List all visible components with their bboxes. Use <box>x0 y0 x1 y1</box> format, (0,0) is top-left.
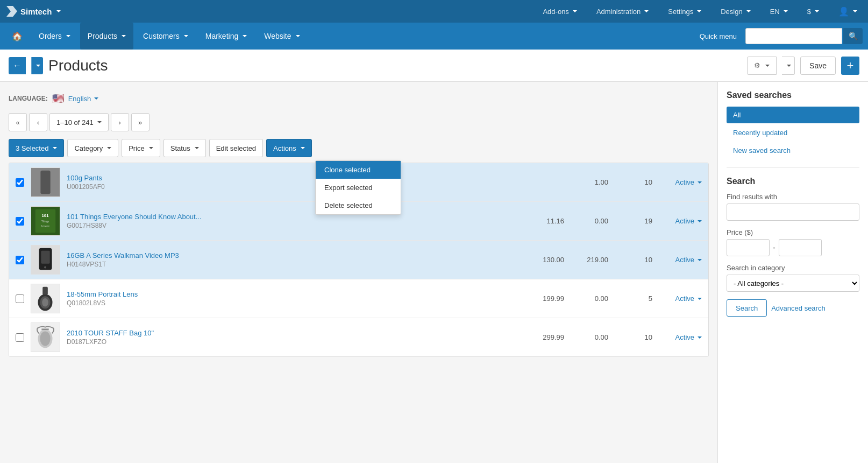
saved-search-all[interactable]: All <box>727 107 859 123</box>
saved-searches-title: Saved searches <box>727 90 859 100</box>
save-button[interactable]: Save <box>800 57 836 75</box>
brand[interactable]: Simtech <box>6 6 61 17</box>
product-qty: 5 <box>615 294 652 303</box>
status-badge[interactable]: Active <box>659 256 702 264</box>
status-caret <box>195 147 199 149</box>
customers-nav[interactable]: Customers <box>136 23 196 50</box>
first-page-button[interactable]: « <box>9 113 27 131</box>
svg-rect-9 <box>41 251 49 264</box>
product-status: Active <box>659 333 702 341</box>
category-button[interactable]: Category <box>67 139 118 157</box>
selected-button[interactable]: 3 Selected <box>9 139 64 157</box>
product-name[interactable]: 100g Pants <box>67 174 520 182</box>
orders-caret <box>66 35 70 37</box>
page-info[interactable]: 1–10 of 241 <box>49 113 109 131</box>
row-checkbox[interactable] <box>16 217 24 226</box>
status-badge[interactable]: Active <box>659 333 702 341</box>
price-max-input[interactable] <box>779 239 822 256</box>
currency-caret <box>815 10 819 12</box>
user-menu[interactable]: 👤 <box>834 0 862 23</box>
status-button[interactable]: Status <box>163 139 206 157</box>
edit-selected-button[interactable]: Edit selected <box>209 139 263 157</box>
administration-menu[interactable]: Administration <box>592 0 653 23</box>
product-image <box>31 167 60 197</box>
marketing-caret <box>243 35 247 37</box>
status-badge[interactable]: Active <box>659 178 702 186</box>
products-nav[interactable]: Products <box>80 23 133 50</box>
design-menu[interactable]: Design <box>716 0 755 23</box>
product-name[interactable]: 16GB A Series Walkman Video MP3 <box>67 251 520 259</box>
gear-button[interactable]: ⚙ <box>747 57 777 75</box>
clone-selected-item[interactable]: Clone selected <box>316 161 401 179</box>
language-link[interactable]: English <box>68 95 99 103</box>
design-caret <box>746 10 751 12</box>
status-label: Status <box>170 144 190 152</box>
product-price: 199.99 <box>527 294 564 303</box>
row-checkbox[interactable] <box>16 178 24 187</box>
addons-menu[interactable]: Add-ons <box>538 0 581 23</box>
next-page-button[interactable]: › <box>111 113 129 131</box>
search-button[interactable]: 🔍 <box>843 28 863 44</box>
export-selected-item[interactable]: Export selected <box>316 179 401 197</box>
gear-icon: ⚙ <box>754 61 760 69</box>
row-checkbox[interactable] <box>16 256 24 264</box>
row-checkbox[interactable] <box>16 333 24 342</box>
category-select[interactable]: - All categories - <box>727 275 859 292</box>
quick-menu-link[interactable]: Quick menu <box>693 32 743 40</box>
language-menu[interactable]: EN <box>766 0 792 23</box>
back-dropdown-button[interactable] <box>31 57 43 74</box>
gear-caret <box>765 65 770 67</box>
page-info-text: 1–10 of 241 <box>56 118 94 127</box>
actions-button[interactable]: Actions <box>266 139 312 157</box>
delete-selected-item[interactable]: Delete selected <box>316 197 401 214</box>
price-min-input[interactable] <box>727 239 770 256</box>
language-caret <box>94 97 98 100</box>
product-qty: 19 <box>615 217 652 225</box>
product-list-price: 0.00 <box>571 294 608 303</box>
product-name[interactable]: 2010 TOUR STAFF Bag 10" <box>67 329 520 337</box>
search-button[interactable]: Search <box>727 299 767 317</box>
saved-search-new[interactable]: New saved search <box>727 142 859 159</box>
administration-caret <box>644 10 649 12</box>
prev-page-button[interactable]: ‹ <box>29 113 47 131</box>
product-price: 11.16 <box>527 217 564 225</box>
price-button[interactable]: Price <box>122 139 160 157</box>
settings-caret <box>697 10 701 12</box>
find-results-input[interactable] <box>727 204 859 221</box>
gear-dropdown-button[interactable] <box>782 57 795 75</box>
product-list-price: 219.00 <box>571 256 608 264</box>
search-input[interactable] <box>745 28 842 44</box>
status-badge[interactable]: Active <box>659 217 702 225</box>
pagination: « ‹ 1–10 of 241 › » <box>9 113 709 131</box>
product-name[interactable]: 18-55mm Portrait Lens <box>67 290 520 298</box>
row-checkbox[interactable] <box>16 294 24 303</box>
add-button[interactable]: + <box>841 57 859 75</box>
product-image <box>31 245 60 275</box>
product-price: 299.99 <box>527 333 564 341</box>
back-dropdown-caret <box>36 65 40 67</box>
status-badge[interactable]: Active <box>659 294 702 303</box>
selected-caret <box>53 147 57 149</box>
search-in-category-label: Search in category <box>727 264 859 272</box>
advanced-search-button[interactable]: Advanced search <box>771 299 825 317</box>
currency-menu[interactable]: $ <box>803 0 823 23</box>
home-button[interactable]: 🏠 <box>5 27 29 46</box>
sec-nav: 🏠 Orders Products Customers Marketing We… <box>0 23 868 50</box>
language-label: LANGUAGE: <box>9 95 48 102</box>
category-caret <box>107 147 111 149</box>
product-name[interactable]: 101 Things Everyone Should Know About... <box>67 213 520 221</box>
top-nav: Simtech Add-ons Administration Settings … <box>0 0 868 23</box>
language-flag: 🇺🇸 <box>52 93 64 104</box>
product-info: 16GB A Series Walkman Video MP3 H0148VPS… <box>67 251 520 268</box>
product-image <box>31 284 60 313</box>
last-page-button[interactable]: » <box>131 113 150 131</box>
settings-menu[interactable]: Settings <box>664 0 706 23</box>
orders-nav[interactable]: Orders <box>31 23 78 50</box>
product-list-price: 0.00 <box>571 217 608 225</box>
saved-search-recently-updated[interactable]: Recently updated <box>727 124 859 141</box>
back-button[interactable]: ← <box>9 57 26 74</box>
search-section-title: Search <box>727 177 859 186</box>
website-nav[interactable]: Website <box>257 23 307 50</box>
marketing-nav[interactable]: Marketing <box>198 23 254 50</box>
page-title: Products <box>48 57 742 74</box>
